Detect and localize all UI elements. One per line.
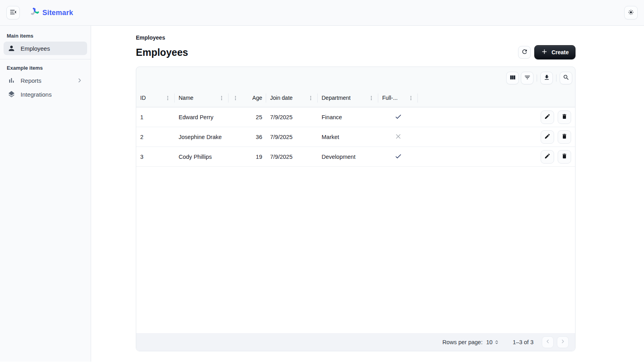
main-content: Employees Employees — [91, 26, 644, 362]
bar-chart-icon — [8, 76, 15, 84]
cell-full-time — [378, 113, 418, 122]
column-header-filler — [418, 89, 532, 107]
trash-icon — [561, 113, 568, 121]
column-header-age[interactable]: Age — [229, 89, 266, 107]
sidebar-section-example-items: Example items — [0, 62, 91, 73]
column-header-join-date[interactable]: Join date — [266, 89, 318, 107]
cell-age: 36 — [229, 134, 266, 140]
filter-button[interactable] — [521, 72, 533, 84]
sitemark-logo[interactable]: Sitemark — [30, 8, 73, 18]
close-icon — [394, 133, 402, 141]
person-icon — [8, 44, 15, 52]
cell-join-date: 7/9/2025 — [266, 134, 318, 140]
cell-id: 3 — [136, 154, 175, 160]
sidebar-item-integrations[interactable]: Integrations — [4, 88, 87, 101]
cell-department: Finance — [318, 114, 378, 120]
cell-department: Market — [318, 134, 378, 140]
cell-actions — [532, 130, 575, 144]
column-header-full-time[interactable]: Full-... — [378, 89, 418, 107]
cell-name: Cody Phillips — [175, 154, 229, 160]
sidebar-item-label: Integrations — [21, 91, 51, 98]
cell-id: 1 — [136, 114, 175, 120]
pagination-range: 1–3 of 3 — [513, 339, 533, 345]
sidebar: Main items Employees Example items Repor… — [0, 26, 91, 362]
grid-footer: Rows per page: 10 1–3 of 3 — [136, 333, 575, 351]
cell-age: 19 — [229, 154, 266, 160]
column-header-actions — [532, 89, 575, 107]
trash-icon — [561, 153, 568, 160]
menu-open-icon — [10, 8, 17, 17]
delete-button[interactable] — [558, 150, 571, 164]
delete-button[interactable] — [558, 111, 571, 124]
grid-empty-area — [136, 167, 575, 333]
rows-per-page-select[interactable]: 10 — [486, 339, 499, 345]
check-icon — [394, 152, 402, 161]
page-title: Employees — [136, 47, 188, 58]
cell-full-time — [378, 152, 418, 161]
previous-page-button[interactable] — [542, 336, 554, 348]
rows-per-page-value: 10 — [486, 339, 492, 345]
chevron-left-icon — [545, 338, 551, 346]
cell-full-time — [378, 133, 418, 141]
breadcrumb: Employees — [136, 26, 575, 41]
sun-icon — [627, 9, 634, 17]
sidebar-item-label: Employees — [21, 45, 50, 52]
column-menu-icon[interactable] — [165, 95, 171, 101]
columns-button[interactable] — [506, 72, 519, 84]
column-menu-icon[interactable] — [232, 95, 238, 101]
pencil-icon — [544, 113, 551, 121]
toolbar-separator — [556, 74, 556, 82]
delete-button[interactable] — [558, 130, 571, 144]
refresh-icon — [521, 48, 528, 56]
refresh-button[interactable] — [518, 46, 531, 59]
topbar: Sitemark — [0, 0, 644, 26]
toolbar-separator — [537, 74, 537, 82]
search-button[interactable] — [560, 72, 572, 84]
cell-age: 25 — [229, 114, 266, 120]
cell-join-date: 7/9/2025 — [266, 114, 318, 120]
table-row[interactable]: 2 Josephine Drake 36 7/9/2025 Market — [136, 127, 575, 147]
grid-toolbar — [136, 67, 575, 89]
unfold-more-icon — [494, 339, 499, 345]
theme-toggle-button[interactable] — [624, 6, 638, 19]
sidebar-item-label: Reports — [21, 77, 42, 84]
chevron-right-icon — [560, 338, 566, 346]
column-menu-icon[interactable] — [408, 95, 414, 101]
cell-department: Development — [318, 154, 378, 160]
column-menu-icon[interactable] — [308, 95, 314, 101]
column-header-name[interactable]: Name — [175, 89, 229, 107]
search-icon — [563, 74, 570, 82]
sidebar-divider — [0, 59, 91, 59]
cell-actions — [532, 111, 575, 124]
cell-join-date: 7/9/2025 — [266, 154, 318, 160]
column-menu-icon[interactable] — [368, 95, 374, 101]
cell-id: 2 — [136, 134, 175, 140]
next-page-button[interactable] — [557, 336, 569, 348]
layers-icon — [8, 90, 15, 98]
table-row[interactable]: 1 Edward Perry 25 7/9/2025 Finance — [136, 107, 575, 127]
columns-icon — [509, 74, 516, 82]
create-button[interactable]: Create — [534, 45, 575, 59]
export-button[interactable] — [540, 72, 553, 84]
column-menu-icon[interactable] — [219, 95, 225, 101]
chevron-right-icon — [76, 77, 83, 84]
column-header-id[interactable]: ID — [136, 89, 175, 107]
data-grid: ID Name A — [136, 67, 575, 351]
edit-button[interactable] — [541, 150, 554, 164]
create-button-label: Create — [551, 49, 569, 55]
edit-button[interactable] — [541, 111, 554, 124]
edit-button[interactable] — [541, 130, 554, 144]
sidebar-item-employees[interactable]: Employees — [4, 42, 87, 55]
logo-text: Sitemark — [42, 9, 73, 17]
plus-icon — [541, 48, 548, 56]
sidebar-item-reports[interactable]: Reports — [4, 74, 87, 87]
table-row[interactable]: 3 Cody Phillips 19 7/9/2025 Development — [136, 147, 575, 167]
trash-icon — [561, 133, 568, 141]
cell-name: Josephine Drake — [175, 134, 229, 140]
sitemark-logo-mark-icon — [30, 8, 39, 18]
rows-per-page-label: Rows per page: — [442, 339, 483, 345]
column-header-department[interactable]: Department — [318, 89, 378, 107]
grid-body: 1 Edward Perry 25 7/9/2025 Finance — [136, 107, 575, 351]
grid-header-row: ID Name A — [136, 89, 575, 107]
collapse-sidebar-button[interactable] — [6, 6, 20, 19]
